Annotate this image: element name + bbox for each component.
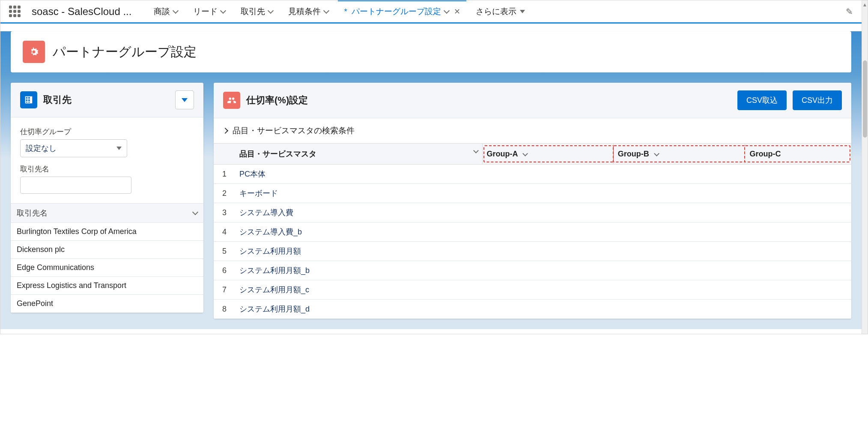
nav-item-lead[interactable]: リード xyxy=(187,0,231,22)
row-group-a[interactable] xyxy=(482,300,613,319)
scrollbar[interactable]: ▲ xyxy=(862,0,868,334)
table-row[interactable]: 7システム利用月額_c xyxy=(214,280,851,300)
col-label: Group-B xyxy=(618,150,649,158)
list-item[interactable]: Edge Communications xyxy=(11,259,203,277)
triangle-down-icon xyxy=(116,147,122,150)
col-group-b[interactable]: Group-B xyxy=(613,144,745,165)
csv-import-button[interactable]: CSV取込 xyxy=(737,90,787,110)
row-product: システム導入費 xyxy=(235,203,482,222)
col-product[interactable]: 品目・サービスマスタ xyxy=(235,144,482,165)
chevron-down-icon xyxy=(173,7,179,13)
csv-export-button[interactable]: CSV出力 xyxy=(793,90,842,110)
chevron-down-icon xyxy=(473,148,479,153)
chevron-down-icon xyxy=(654,151,659,156)
nav-label: 見積条件 xyxy=(288,6,321,17)
table-row[interactable]: 5システム利用月額 xyxy=(214,242,851,261)
row-group-a[interactable] xyxy=(482,242,613,261)
chevron-down-icon xyxy=(323,7,329,13)
list-item[interactable]: GenePoint xyxy=(11,295,203,313)
app-name[interactable]: soasc - SalesCloud ... xyxy=(32,6,131,18)
row-group-a[interactable] xyxy=(482,261,613,280)
row-group-b[interactable] xyxy=(613,300,745,319)
table-row[interactable]: 4システム導入費_b xyxy=(214,222,851,242)
row-number: 2 xyxy=(214,184,235,203)
row-product: システム利用月額_c xyxy=(235,280,482,300)
row-group-c[interactable] xyxy=(745,300,851,319)
chevron-down-icon xyxy=(192,209,198,215)
triangle-down-icon xyxy=(520,10,525,13)
row-group-b[interactable] xyxy=(613,242,745,261)
sidebar-title: 取引先 xyxy=(43,93,72,106)
close-icon[interactable]: ✕ xyxy=(454,7,460,16)
global-nav: soasc - SalesCloud ... 商談 リード 取引先 見積条件 パ… xyxy=(0,0,862,24)
group-select-value: 設定なし xyxy=(26,143,57,153)
nav-item-opportunity[interactable]: 商談 xyxy=(148,0,184,22)
row-group-b[interactable] xyxy=(613,203,745,222)
nav-item-more[interactable]: さらに表示 xyxy=(470,0,531,22)
chevron-down-icon xyxy=(522,151,528,156)
nav-item-account[interactable]: 取引先 xyxy=(235,0,279,22)
row-group-c[interactable] xyxy=(745,165,851,184)
col-label: Group-C xyxy=(749,150,781,158)
triangle-down-icon xyxy=(182,98,188,102)
row-number: 8 xyxy=(214,300,235,319)
edit-nav-icon[interactable]: ✎ xyxy=(841,6,857,17)
row-product: キーボード xyxy=(235,184,482,203)
col-label: 品目・サービスマスタ xyxy=(239,150,316,158)
page-title: パートナーグループ設定 xyxy=(53,43,197,61)
row-product: PC本体 xyxy=(235,165,482,184)
main-header: 仕切率(%)設定 CSV取込 CSV出力 xyxy=(214,83,851,118)
main-panel: 仕切率(%)設定 CSV取込 CSV出力 品目・サービスマスタの検索条件 xyxy=(214,83,851,319)
search-condition-toggle[interactable]: 品目・サービスマスタの検索条件 xyxy=(214,118,851,143)
row-number: 4 xyxy=(214,222,235,242)
table-row[interactable]: 6システム利用月額_b xyxy=(214,261,851,280)
row-number: 1 xyxy=(214,165,235,184)
account-list: Burlington Textiles Corp of America Dick… xyxy=(11,223,203,313)
chevron-down-icon xyxy=(444,7,450,13)
col-label: Group-A xyxy=(487,150,518,158)
nav-item-partner-group[interactable]: パートナーグループ設定 ✕ xyxy=(338,0,466,22)
row-group-c[interactable] xyxy=(745,261,851,280)
list-item[interactable]: Dickenson plc xyxy=(11,241,203,259)
row-group-c[interactable] xyxy=(745,280,851,300)
group-select[interactable]: 設定なし xyxy=(20,139,127,157)
row-group-c[interactable] xyxy=(745,222,851,242)
scroll-thumb[interactable] xyxy=(863,60,867,138)
row-product: システム利用月額 xyxy=(235,242,482,261)
sidebar-header: 取引先 xyxy=(11,83,203,117)
col-group-c[interactable]: Group-C xyxy=(745,144,851,165)
table-row[interactable]: 2キーボード xyxy=(214,184,851,203)
table-row[interactable]: 1PC本体 xyxy=(214,165,851,184)
row-group-c[interactable] xyxy=(745,203,851,222)
row-group-a[interactable] xyxy=(482,222,613,242)
row-group-a[interactable] xyxy=(482,184,613,203)
app-launcher-icon[interactable] xyxy=(9,6,21,17)
row-group-c[interactable] xyxy=(745,184,851,203)
col-number xyxy=(214,144,235,165)
nav-label: さらに表示 xyxy=(476,6,516,17)
row-group-b[interactable] xyxy=(613,184,745,203)
table-row[interactable]: 8システム利用月額_d xyxy=(214,300,851,319)
list-item[interactable]: Express Logistics and Transport xyxy=(11,277,203,295)
sidebar-panel: 取引先 仕切率グループ 設定なし 取引先名 xyxy=(11,83,203,313)
row-group-b[interactable] xyxy=(613,222,745,242)
list-item[interactable]: Burlington Textiles Corp of America xyxy=(11,223,203,241)
sidebar-menu-button[interactable] xyxy=(175,90,194,109)
table-row[interactable]: 3システム導入費 xyxy=(214,203,851,222)
row-group-b[interactable] xyxy=(613,280,745,300)
page-header: パートナーグループ設定 xyxy=(11,31,851,72)
row-group-a[interactable] xyxy=(482,280,613,300)
row-group-c[interactable] xyxy=(745,242,851,261)
row-group-a[interactable] xyxy=(482,165,613,184)
account-icon xyxy=(20,91,37,108)
search-condition-label: 品目・サービスマスタの検索条件 xyxy=(233,125,355,136)
account-list-header[interactable]: 取引先名 xyxy=(11,203,203,223)
row-group-a[interactable] xyxy=(482,203,613,222)
col-group-a[interactable]: Group-A xyxy=(482,144,613,165)
scroll-up-icon[interactable]: ▲ xyxy=(862,0,868,9)
list-header-label: 取引先名 xyxy=(17,208,48,218)
row-group-b[interactable] xyxy=(613,165,745,184)
row-group-b[interactable] xyxy=(613,261,745,280)
account-name-input[interactable] xyxy=(20,177,131,194)
nav-item-quote[interactable]: 見積条件 xyxy=(282,0,334,22)
